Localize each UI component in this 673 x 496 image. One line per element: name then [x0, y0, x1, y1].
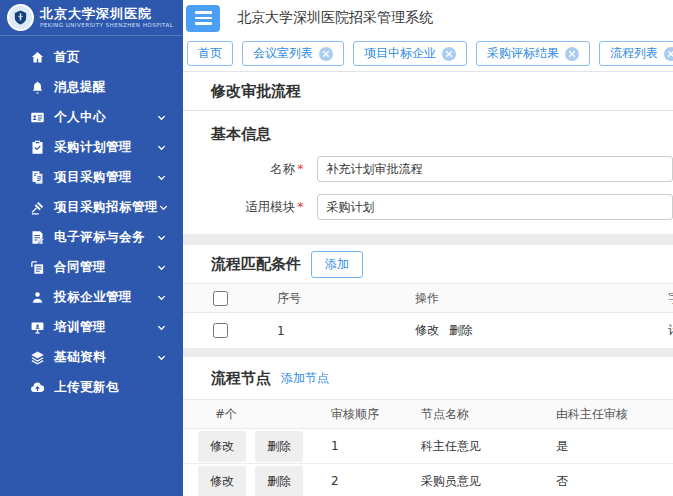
sidebar-item-label: 项目采购管理	[54, 169, 132, 186]
sidebar-item-procurement-plan[interactable]: 采购计划管理	[0, 132, 183, 162]
top-bar: 北京大学深圳医院招采管理系统	[183, 0, 673, 36]
col-action: 操作	[415, 290, 668, 307]
nodes-table-header: #个 审核顺序 节点名称 由科主任审核	[183, 399, 673, 429]
conditions-table-header: 序号 操作 字	[183, 283, 673, 313]
col-dept-review: 由科主任审核	[556, 406, 673, 423]
chevron-down-icon	[156, 172, 167, 183]
node-row: 修改 删除 1 科主任意见 是	[183, 429, 673, 464]
col-seq: 序号	[277, 290, 415, 307]
sidebar-item-messages[interactable]: 消息提醒	[0, 72, 183, 102]
add-condition-button[interactable]: 添加	[311, 251, 363, 278]
name-field-row: 名称*	[183, 156, 673, 182]
name-label-text: 名称	[270, 161, 295, 176]
sidebar-item-training-management[interactable]: 培训管理	[0, 312, 183, 342]
page-title: 修改审批流程	[183, 72, 673, 111]
header-checkbox-cell	[183, 291, 277, 306]
chevron-down-icon	[156, 232, 167, 243]
sidebar-item-label: 基础资料	[54, 349, 106, 366]
row-checkbox[interactable]	[213, 323, 228, 338]
name-input[interactable]	[317, 156, 673, 182]
tab-label: 采购评标结果	[487, 45, 559, 62]
edit-node-button[interactable]: 修改	[198, 431, 246, 462]
delete-node-button[interactable]: 删除	[255, 431, 303, 462]
required-mark: *	[297, 161, 303, 176]
basic-info-heading: 基本信息	[183, 125, 673, 144]
sidebar-item-bidder-management[interactable]: 投标企业管理	[0, 282, 183, 312]
node-name-cell: 采购员意见	[421, 473, 556, 490]
hospital-logo: 北京大学深圳医院 PEKING UNIVERSITY SHENZHEN HOSP…	[0, 0, 183, 36]
tab-label: 首页	[198, 45, 222, 62]
close-icon[interactable]	[319, 47, 333, 61]
node-name-cell: 科主任意见	[421, 438, 556, 455]
module-field-row: 适用模块*	[183, 194, 673, 220]
user-icon	[30, 290, 45, 305]
tab-meeting-room-list[interactable]: 会议室列表	[242, 41, 344, 66]
sidebar-item-upload-update-package[interactable]: 上传更新包	[0, 372, 183, 402]
cloud-upload-icon	[30, 380, 45, 395]
sidebar-item-label: 投标企业管理	[54, 289, 132, 306]
col-index: #个	[183, 406, 331, 423]
sidebar-item-label: 上传更新包	[54, 379, 119, 396]
match-conditions-section: 流程匹配条件 添加 序号 操作 字 1 修改 删除 计	[183, 245, 673, 349]
section-divider	[183, 349, 673, 357]
app-window: 北京大学深圳医院 PEKING UNIVERSITY SHENZHEN HOSP…	[0, 0, 673, 496]
delete-node-button[interactable]: 删除	[255, 466, 303, 496]
edit-node-button[interactable]: 修改	[198, 466, 246, 496]
tab-label: 项目中标企业	[364, 45, 436, 62]
sidebar-toggle-button[interactable]	[186, 5, 220, 32]
hospital-logo-text: 北京大学深圳医院 PEKING UNIVERSITY SHENZHEN HOSP…	[40, 7, 173, 28]
sidebar-menu: 首页 消息提醒 个人中心 采购计划管理 项目采购管理	[0, 36, 183, 402]
tab-process-list[interactable]: 流程列表	[599, 41, 673, 66]
close-icon[interactable]	[664, 47, 673, 61]
node-row: 修改 删除 2 采购员意见 否	[183, 464, 673, 496]
select-all-checkbox[interactable]	[213, 291, 228, 306]
bell-icon	[30, 80, 45, 95]
documents-icon	[30, 170, 45, 185]
sidebar-item-personal-center[interactable]: 个人中心	[0, 102, 183, 132]
sidebar-item-project-procurement[interactable]: 项目采购管理	[0, 162, 183, 192]
sidebar-item-label: 项目采购招标管理	[54, 199, 158, 216]
sidebar-item-label: 合同管理	[54, 259, 106, 276]
order-cell: 2	[331, 474, 421, 488]
chevron-down-icon	[156, 142, 167, 153]
add-node-link[interactable]: 添加节点	[281, 370, 329, 387]
sidebar: 北京大学深圳医院 PEKING UNIVERSITY SHENZHEN HOSP…	[0, 0, 183, 496]
dept-review-cell: 是	[556, 438, 673, 455]
sidebar-item-label: 消息提醒	[54, 79, 106, 96]
edit-condition-link[interactable]: 修改	[415, 323, 439, 337]
chevron-down-icon	[156, 262, 167, 273]
app-title: 北京大学深圳医院招采管理系统	[237, 9, 433, 27]
presentation-icon	[30, 320, 45, 335]
sidebar-item-bidding-management[interactable]: 项目采购招标管理	[0, 192, 183, 222]
col-node-name: 节点名称	[421, 406, 556, 423]
clipped-cell: 计	[668, 322, 673, 339]
match-conditions-header: 流程匹配条件 添加	[183, 245, 673, 283]
tab-winning-bidders[interactable]: 项目中标企业	[353, 41, 467, 66]
name-label: 名称*	[183, 161, 303, 178]
document-edit-icon	[30, 230, 45, 245]
tab-evaluation-results[interactable]: 采购评标结果	[476, 41, 590, 66]
flow-nodes-heading: 流程节点	[211, 369, 271, 388]
close-icon[interactable]	[442, 47, 456, 61]
home-icon	[30, 50, 45, 65]
col-order: 审核顺序	[331, 406, 421, 423]
sidebar-item-base-data[interactable]: 基础资料	[0, 342, 183, 372]
basic-info-section: 基本信息 名称* 适用模块*	[183, 111, 673, 234]
required-mark: *	[297, 199, 303, 214]
delete-condition-link[interactable]: 删除	[449, 323, 473, 337]
sidebar-item-e-evaluation[interactable]: 电子评标与会务	[0, 222, 183, 252]
node-actions-cell: 修改 删除	[183, 466, 331, 496]
section-divider	[183, 234, 673, 245]
sidebar-item-contract-management[interactable]: 合同管理	[0, 252, 183, 282]
chevron-down-icon	[156, 322, 167, 333]
match-conditions-heading: 流程匹配条件	[211, 255, 301, 274]
module-label: 适用模块*	[183, 199, 303, 216]
page-content: 修改审批流程 基本信息 名称* 适用模块* 流程匹配条件 添加	[183, 72, 673, 496]
module-label-text: 适用模块	[245, 199, 295, 214]
sidebar-item-home[interactable]: 首页	[0, 42, 183, 72]
close-icon[interactable]	[565, 47, 579, 61]
tab-home[interactable]: 首页	[187, 41, 233, 66]
layers-icon	[30, 350, 45, 365]
module-input[interactable]	[317, 194, 673, 220]
sidebar-item-label: 首页	[54, 49, 80, 66]
